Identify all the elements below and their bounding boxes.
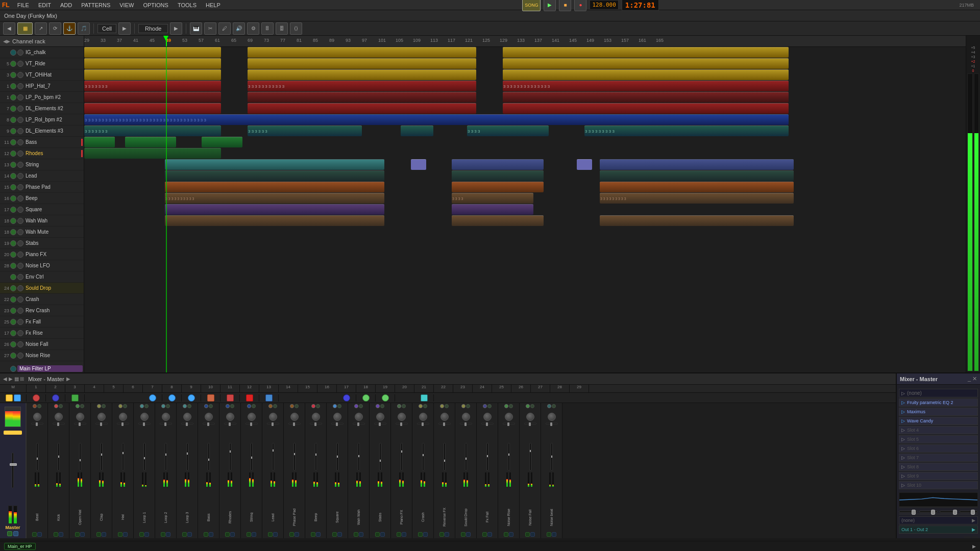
fx-slot-eq2[interactable]: ▷ Fruity parametric EQ 2 [899, 398, 978, 407]
fx-slot-8[interactable]: ▷ Slot 8 [899, 463, 978, 471]
clip-vtohihat-2[interactable] [248, 58, 476, 69]
track-mute-btn[interactable] [10, 296, 16, 303]
track-solo-btn[interactable] [17, 139, 23, 145]
mixer-channel-bass[interactable]: Bass [198, 403, 219, 538]
track-name-fxrise[interactable]: Fx Rise [24, 330, 83, 336]
loop-btn[interactable]: ⟳ [49, 22, 61, 35]
tool8[interactable]: ⟨⟩ [290, 22, 302, 35]
menu-help[interactable]: HELP [204, 2, 222, 9]
mixer-channel-phase-pad[interactable]: Phase Pad [284, 403, 305, 538]
fx-slot-6[interactable]: ▷ Slot 6 [899, 444, 978, 453]
track-name-wahwah[interactable]: Wah Wah [24, 218, 83, 223]
track-mute-btn[interactable] [10, 252, 16, 258]
clip-wahwah-1[interactable] [165, 204, 384, 215]
clip-bass-5[interactable]: 3 3 3 3 3 3 3 3 3 [584, 126, 789, 136]
track-mute-btn[interactable] [10, 184, 16, 190]
mixer-channel-beat[interactable]: Beat [27, 403, 48, 538]
clip-vtride-1[interactable] [84, 47, 221, 58]
clip-phasepad-1[interactable] [165, 170, 384, 181]
mixer-channels[interactable]: M 1 2 3 4 5 6 7 8 9 10 11 12 13 14 15 16 [0, 385, 896, 538]
track-mute-btn[interactable] [10, 106, 16, 112]
clip-hiphat-2[interactable] [248, 69, 476, 80]
mixer-channel-loop-3[interactable]: Loop 3 [177, 403, 198, 538]
clip-dlel2-2[interactable] [248, 92, 476, 103]
clip-rhodes-1[interactable] [84, 137, 115, 147]
tool6[interactable]: 🎚 [261, 22, 274, 35]
clip-stabs-2[interactable] [452, 215, 544, 226]
clip-stabs-3[interactable] [600, 215, 794, 226]
mixer-channel-sould-drop[interactable]: Sould Drop [455, 403, 477, 538]
fx-slot-9[interactable]: ▷ Slot 9 [899, 472, 978, 480]
track-mute-btn[interactable] [10, 94, 16, 101]
track-mute-btn[interactable] [10, 173, 16, 179]
clip-phasepad-3[interactable] [600, 170, 794, 181]
track-solo-btn[interactable] [17, 195, 23, 202]
track-name-dlel3[interactable]: DL_Elements #3 [24, 128, 83, 134]
mixer-channel-square[interactable]: Square [327, 403, 348, 538]
menu-patterns[interactable]: PATTERNS [80, 2, 112, 9]
play-btn[interactable]: ▶ [544, 0, 556, 11]
track-solo-btn[interactable] [17, 240, 23, 246]
mixer-channel-noise-fall[interactable]: Noise Fall [520, 403, 541, 538]
clip-rhodes-3[interactable] [202, 137, 242, 147]
clip-dlel2-3[interactable] [503, 92, 789, 103]
clip-vtohihat-1[interactable] [84, 58, 221, 69]
tool7[interactable]: 🎛 [276, 22, 288, 35]
clip-lppo-3[interactable]: 3 3 3 3 3 3 3 3 3 3 3 3 3 3 [503, 81, 789, 91]
clip-hiphat-1[interactable] [84, 69, 221, 80]
fx-close-btn[interactable]: ✕ [972, 375, 977, 382]
track-name-vtohihat[interactable]: VT_OHiHat [24, 72, 83, 78]
track-content[interactable]: 3 3 3 3 3 3 3 3 3 3 3 3 3 3 3 3 3 3 3 3 … [84, 47, 980, 372]
track-mute-btn[interactable] [10, 308, 16, 314]
track-name-pianofx[interactable]: Piano FX [24, 252, 83, 257]
track-name-square[interactable]: Square [24, 207, 83, 212]
arrangement[interactable]: 29 33 37 41 45 49 53 57 61 65 69 73 77 8… [84, 36, 980, 372]
cell-display[interactable]: Cell [97, 24, 116, 33]
mixer-channel-rhodes[interactable]: Rhodes [219, 403, 241, 538]
clip-bass-3[interactable] [401, 126, 433, 136]
track-solo-btn[interactable] [17, 285, 23, 291]
track-mute-btn[interactable] [10, 72, 16, 78]
track-solo-btn[interactable] [17, 263, 23, 269]
clip-lprol-3[interactable] [503, 103, 789, 114]
track-mute-btn[interactable] [10, 341, 16, 347]
menu-add[interactable]: ADD [59, 2, 74, 9]
track-solo-btn[interactable] [17, 308, 23, 314]
track-name-stabs[interactable]: Stabs [24, 240, 83, 246]
track-mute-btn[interactable] [10, 353, 16, 359]
track-mute-btn[interactable] [10, 151, 16, 157]
master-fader-area[interactable] [899, 511, 978, 513]
fx-slot-none-top[interactable]: ▷ (none) [899, 389, 978, 397]
mixer-channel-reverse-fx[interactable]: Reverse FX [434, 403, 455, 538]
clip-lead-2[interactable] [411, 159, 426, 170]
track-name-igchalk[interactable]: IG_chalk [24, 49, 83, 55]
cell-arrow[interactable]: ▶ [118, 22, 131, 35]
track-solo-btn[interactable] [17, 218, 23, 224]
fx-slot-maximus[interactable]: ▷ Maximus [899, 408, 978, 416]
clip-lead-3[interactable] [452, 159, 544, 170]
menu-file[interactable]: FILE [16, 2, 31, 9]
track-solo-btn[interactable] [17, 61, 23, 67]
clip-lead-1[interactable] [165, 159, 384, 170]
track-solo-btn[interactable] [17, 184, 23, 190]
clip-rhodes-2[interactable] [125, 137, 176, 147]
clip-bass-1[interactable]: 3 3 3 3 3 3 3 [84, 126, 221, 136]
track-mute-btn[interactable] [10, 207, 16, 213]
track-name-envctrl[interactable]: Env Ctrl [24, 274, 83, 280]
clip-dlel2-1[interactable] [84, 92, 221, 103]
mixer-channel-clap[interactable]: Clap [91, 403, 112, 538]
track-solo-btn[interactable] [17, 49, 23, 56]
track-name-beep[interactable]: Beep [24, 195, 83, 201]
tool4[interactable]: 🔊 [233, 22, 245, 35]
metronome-btn[interactable]: 🎵 [78, 22, 90, 35]
track-solo-btn[interactable] [17, 274, 23, 280]
track-mute-btn[interactable] [10, 49, 16, 56]
clip-lead-4[interactable] [577, 159, 592, 170]
clip-lppo-1[interactable]: 3 3 3 3 3 3 3 [84, 81, 221, 91]
clip-lprol-2[interactable] [248, 103, 476, 114]
fx-minimize-btn[interactable]: _ [968, 375, 971, 382]
clip-stabs-1[interactable] [165, 215, 384, 226]
track-solo-btn[interactable] [17, 106, 23, 112]
track-name-bass[interactable]: Bass [24, 139, 80, 145]
track-mute-btn[interactable] [10, 83, 16, 89]
